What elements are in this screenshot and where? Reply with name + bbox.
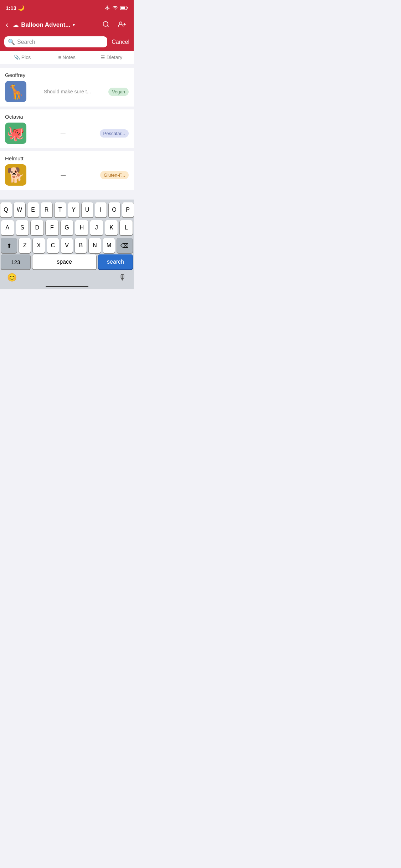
person-row-octavia: 🐙 — Pescatar... (5, 123, 129, 144)
svg-rect-1 (127, 7, 128, 9)
key-a[interactable]: A (1, 220, 14, 235)
svg-line-4 (107, 25, 109, 27)
mic-icon[interactable]: 🎙 (119, 273, 127, 282)
key-e[interactable]: E (27, 202, 39, 217)
person-card-geoffrey[interactable]: Geoffrey 🦒 Should make sure t... Vegan (0, 68, 134, 107)
key-y[interactable]: Y (68, 202, 79, 217)
emoji-icon[interactable]: 😊 (7, 273, 17, 282)
key-m[interactable]: M (103, 238, 115, 253)
battery-icon (120, 6, 128, 10)
keyboard: Q W E R T Y U I O P A S D F G H J K L ⬆ … (0, 200, 134, 289)
svg-point-3 (103, 21, 108, 26)
nav-title: Balloon Advent... (21, 21, 70, 29)
key-f[interactable]: F (46, 220, 58, 235)
key-w[interactable]: W (14, 202, 25, 217)
segment-tabs: 📎 Pics ≡ Notes ☰ Dietary (0, 51, 134, 64)
diet-badge-helmutt: Gluten-F... (100, 171, 129, 179)
nav-title-area: ☁ Balloon Advent... ▾ (12, 21, 97, 29)
pics-icon: 📎 (14, 55, 20, 60)
person-row-helmutt: 🐕 — Gluten-F... (5, 164, 129, 186)
space-key[interactable]: space (32, 254, 96, 269)
numbers-key[interactable]: 123 (1, 254, 30, 269)
key-k[interactable]: K (105, 220, 118, 235)
search-input[interactable] (17, 39, 104, 45)
search-glass-icon: 🔍 (8, 38, 15, 45)
cancel-button[interactable]: Cancel (110, 37, 129, 47)
person-name-helmutt: Helmutt (5, 155, 129, 161)
keyboard-row-3: ⬆ Z X C V B N M ⌫ (1, 238, 133, 253)
diet-badge-geoffrey: Vegan (108, 88, 129, 96)
wifi-icon (112, 5, 118, 11)
key-p[interactable]: P (122, 202, 134, 217)
tab-notes[interactable]: ≡ Notes (45, 55, 89, 64)
key-s[interactable]: S (16, 220, 29, 235)
key-v[interactable]: V (61, 238, 73, 253)
key-r[interactable]: R (41, 202, 52, 217)
status-icons (104, 5, 128, 11)
moon-icon: 🌙 (18, 5, 25, 11)
keyboard-rows: Q W E R T Y U I O P A S D F G H J K L ⬆ … (0, 200, 134, 254)
svg-rect-2 (121, 7, 125, 9)
key-l[interactable]: L (120, 220, 133, 235)
person-card-helmutt[interactable]: Helmutt 🐕 — Gluten-F... (0, 151, 134, 190)
person-row-geoffrey: 🦒 Should make sure t... Vegan (5, 81, 129, 102)
key-j[interactable]: J (90, 220, 103, 235)
dietary-icon: ☰ (101, 55, 105, 60)
svg-point-5 (120, 22, 122, 24)
shift-key[interactable]: ⬆ (1, 238, 17, 253)
status-bar: 1:13 🌙 (0, 0, 134, 16)
person-note-geoffrey: Should make sure t... (31, 89, 104, 94)
chevron-down-icon[interactable]: ▾ (73, 22, 75, 27)
delete-key[interactable]: ⌫ (117, 238, 133, 253)
airplane-icon (104, 5, 110, 11)
status-time: 1:13 🌙 (6, 5, 25, 11)
tab-pics[interactable]: 📎 Pics (0, 55, 45, 64)
search-input-wrap: 🔍 (4, 36, 107, 47)
key-q[interactable]: Q (0, 202, 12, 217)
key-z[interactable]: Z (19, 238, 31, 253)
keyboard-row-2: A S D F G H J K L (1, 220, 133, 235)
tab-dietary[interactable]: ☰ Dietary (89, 55, 134, 64)
keyboard-row-1: Q W E R T Y U I O P (1, 202, 133, 217)
add-members-button[interactable] (115, 19, 129, 31)
search-key[interactable]: search (98, 254, 133, 269)
home-indicator (46, 286, 88, 287)
key-o[interactable]: O (109, 202, 120, 217)
key-h[interactable]: H (75, 220, 88, 235)
keyboard-bottom-row: 123 space search (0, 254, 134, 271)
avatar-geoffrey: 🦒 (5, 81, 26, 102)
person-note-helmutt: — (31, 172, 96, 178)
key-u[interactable]: U (82, 202, 93, 217)
key-c[interactable]: C (47, 238, 59, 253)
key-b[interactable]: B (75, 238, 87, 253)
nav-bar: ‹ ☁ Balloon Advent... ▾ (0, 16, 134, 34)
key-t[interactable]: T (55, 202, 66, 217)
notes-icon: ≡ (58, 55, 61, 60)
person-note-octavia: — (31, 130, 96, 136)
back-button[interactable]: ‹ (4, 19, 10, 31)
key-d[interactable]: D (31, 220, 43, 235)
avatar-octavia: 🐙 (5, 123, 26, 144)
cloud-icon: ☁ (12, 21, 19, 29)
key-g[interactable]: G (61, 220, 73, 235)
content-area: Geoffrey 🦒 Should make sure t... Vegan O… (0, 64, 134, 196)
person-name-octavia: Octavia (5, 114, 129, 120)
emoji-mic-row: 😊 🎙 (0, 271, 134, 286)
diet-badge-octavia: Pescatar... (100, 129, 129, 138)
search-bar: 🔍 Cancel (0, 34, 134, 51)
person-name-geoffrey: Geoffrey (5, 72, 129, 78)
key-n[interactable]: N (89, 238, 101, 253)
key-i[interactable]: I (95, 202, 107, 217)
key-x[interactable]: X (33, 238, 45, 253)
search-button[interactable] (99, 19, 112, 31)
person-card-octavia[interactable]: Octavia 🐙 — Pescatar... (0, 109, 134, 148)
avatar-helmutt: 🐕 (5, 164, 26, 186)
